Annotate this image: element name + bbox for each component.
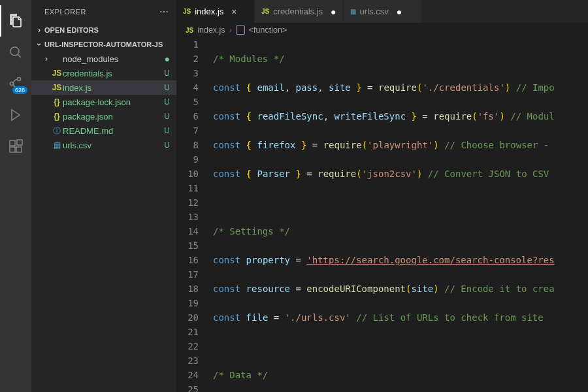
scm-status: U (160, 69, 170, 78)
scm-dot: ● (161, 54, 170, 64)
file-label: node_modules (63, 54, 161, 64)
explorer-sidebar: EXPLORER ⋯ › OPEN EDITORS › URL-INSPECTO… (31, 0, 176, 392)
scm-status: U (160, 83, 170, 92)
project-name: URL-INSPECTOR-AUTOMATOR-JS (44, 41, 163, 48)
line-number: 15 (176, 238, 199, 253)
activity-search[interactable] (0, 37, 31, 68)
close-icon[interactable]: × (231, 7, 237, 17)
line-number: 7 (176, 123, 199, 138)
line-number: 16 (176, 253, 199, 267)
file-label: README.md (63, 126, 160, 136)
line-number: 21 (176, 325, 199, 339)
chevron-down-icon: › (35, 39, 44, 50)
editor-tab[interactable]: JScredentials.js● (255, 0, 344, 23)
json-file-icon: {} (51, 97, 63, 106)
info-file-icon: ⓘ (51, 125, 63, 137)
csv-file-icon: ▦ (350, 8, 356, 15)
debug-icon (8, 107, 24, 123)
breadcrumb-symbol: <function> (249, 25, 287, 35)
file-tree-item[interactable]: JSindex.jsU (31, 80, 176, 95)
line-number: 11 (176, 181, 199, 195)
scm-status: U (160, 126, 170, 135)
js-file-icon: JS (261, 8, 269, 15)
js-file-icon: JS (183, 8, 191, 15)
sidebar-header: EXPLORER ⋯ (31, 0, 176, 23)
file-tree-item[interactable]: JScredentials.jsU (31, 66, 176, 80)
scm-badge: 628 (12, 86, 27, 94)
line-number: 19 (176, 296, 199, 310)
code-editor[interactable]: 1234567891011121314151617181920212223242… (176, 37, 588, 392)
line-number: 14 (176, 224, 199, 238)
file-tree-item[interactable]: {}package.jsonU (31, 109, 176, 123)
js-file-icon: JS (51, 69, 63, 78)
file-label: package-lock.json (63, 97, 160, 107)
line-number: 20 (176, 310, 199, 325)
line-number: 1 (176, 37, 199, 52)
scm-status: U (160, 140, 170, 150)
scm-status: U (160, 112, 170, 121)
files-icon (8, 13, 24, 29)
open-editors-label: OPEN EDITORS (44, 26, 99, 34)
line-number: 23 (176, 353, 199, 368)
sidebar-more-icon[interactable]: ⋯ (159, 7, 169, 17)
activity-scm[interactable]: 628 (0, 68, 31, 99)
breadcrumb[interactable]: JS index.js › <function> (176, 23, 588, 37)
file-tree-item[interactable]: ⓘREADME.mdU (31, 123, 176, 138)
line-number: 2 (176, 52, 199, 66)
function-icon (236, 25, 245, 35)
file-tree-item[interactable]: {}package-lock.jsonU (31, 95, 176, 109)
line-number: 9 (176, 152, 199, 167)
line-number: 12 (176, 195, 199, 210)
line-number: 8 (176, 138, 199, 152)
chevron-right-icon: › (229, 25, 232, 35)
csv-file-icon: ▦ (51, 140, 63, 150)
line-number: 25 (176, 382, 199, 392)
file-label: index.js (63, 83, 160, 93)
tab-label: credentials.js (273, 7, 323, 16)
activity-bar: 628 (0, 0, 31, 392)
svg-rect-4 (10, 140, 15, 146)
editor-tab[interactable]: JSindex.js× (176, 0, 255, 23)
tab-label: index.js (195, 7, 223, 16)
code-content[interactable]: /* Modules */ const { email, pass, site … (208, 37, 588, 392)
project-section[interactable]: › URL-INSPECTOR-AUTOMATOR-JS (31, 37, 176, 52)
line-number: 10 (176, 167, 199, 181)
sidebar-title: EXPLORER (44, 8, 86, 16)
dirty-dot-icon: ● (397, 7, 402, 17)
editor-tabs: JSindex.js×JScredentials.js●▦urls.csv● (176, 0, 588, 23)
file-tree-item[interactable]: ›node_modules● (31, 52, 176, 66)
editor-tab[interactable]: ▦urls.csv● (344, 0, 422, 23)
line-number: 5 (176, 95, 199, 109)
line-number: 4 (176, 80, 199, 95)
dirty-dot-icon: ● (331, 7, 336, 17)
svg-rect-7 (17, 140, 22, 145)
open-editors-section[interactable]: › OPEN EDITORS (31, 23, 176, 37)
line-number: 18 (176, 282, 199, 296)
line-number: 22 (176, 339, 199, 353)
line-number: 17 (176, 267, 199, 282)
line-number: 13 (176, 210, 199, 224)
editor-area: JSindex.js×JScredentials.js●▦urls.csv● J… (176, 0, 588, 392)
activity-extensions[interactable] (0, 131, 31, 162)
breadcrumb-file: index.js (197, 25, 225, 35)
json-file-icon: {} (51, 112, 63, 121)
svg-rect-5 (10, 147, 15, 152)
line-number: 3 (176, 66, 199, 80)
chevron-right-icon: › (34, 25, 44, 35)
file-tree-item[interactable]: ▦urls.csvU (31, 138, 176, 152)
extensions-icon (8, 139, 24, 154)
activity-debug[interactable] (0, 99, 31, 131)
file-tree: ›node_modules●JScredentials.jsUJSindex.j… (31, 52, 176, 392)
scm-status: U (160, 97, 170, 106)
svg-point-1 (18, 78, 21, 81)
activity-explorer[interactable] (0, 5, 31, 37)
tab-label: urls.csv (360, 7, 389, 16)
js-file-icon: JS (186, 27, 193, 34)
search-icon (8, 44, 24, 60)
js-file-icon: JS (51, 83, 63, 92)
chevron-right-icon: › (42, 54, 51, 63)
line-gutter: 1234567891011121314151617181920212223242… (176, 37, 208, 392)
file-label: credentials.js (63, 69, 160, 78)
file-label: urls.csv (63, 140, 160, 150)
svg-rect-6 (16, 147, 22, 152)
